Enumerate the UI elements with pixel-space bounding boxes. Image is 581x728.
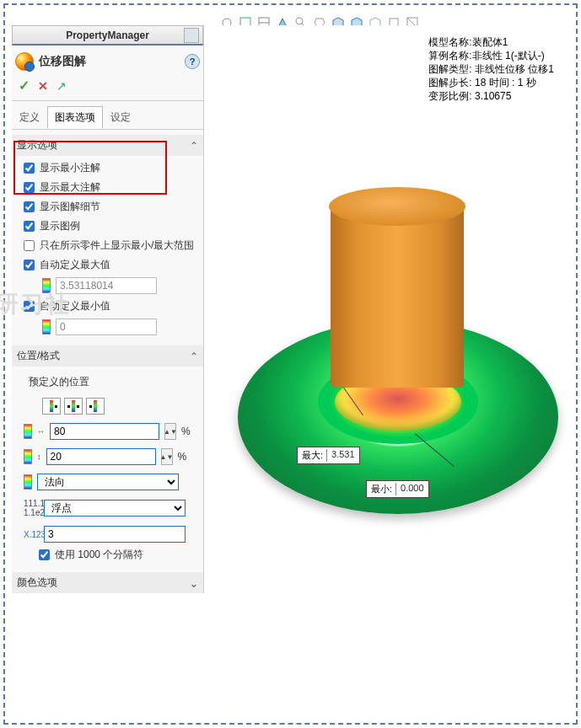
only-selected-parts-checkbox[interactable]: 只在所示零件上显示最小/最大范围 bbox=[24, 238, 198, 253]
auto-define-min-checkbox[interactable]: 自动定义最小值 bbox=[24, 299, 198, 313]
show-legend-checkbox[interactable]: 显示图例 bbox=[24, 219, 198, 233]
min-label: 最小: bbox=[371, 483, 392, 495]
info-model-name: 模型名称:装配体1 bbox=[428, 35, 554, 49]
caret-icon: ⌃ bbox=[190, 351, 198, 362]
cancel-button[interactable]: ✕ bbox=[38, 79, 48, 93]
show-min-annotation-checkbox[interactable]: 显示最小注解 bbox=[24, 161, 198, 175]
display-options-section: 显示选项 ⌃ 显示最小注解 显示最大注解 显示图解细节 显示图例 只在所示零件上… bbox=[12, 135, 203, 340]
min-callout[interactable]: 最小: 0.000 bbox=[366, 480, 429, 498]
gradient-icon bbox=[24, 449, 32, 464]
model-info: 模型名称:装配体1 算例名称:非线性 1(-默认-) 图解类型: 非线性位移 位… bbox=[428, 35, 554, 103]
color-options-header[interactable]: 颜色选项 ⌃ bbox=[12, 572, 203, 593]
viewport-3d[interactable]: 模型名称:装配体1 算例名称:非线性 1(-默认-) 图解类型: 非线性位移 位… bbox=[204, 25, 569, 716]
width-pct-input[interactable] bbox=[50, 423, 159, 440]
info-study-name: 算例名称:非线性 1(-默认-) bbox=[428, 49, 554, 62]
panel-header: PropertyManager bbox=[12, 25, 203, 46]
width-pct-row: ↔ ▲▼ % bbox=[24, 423, 198, 440]
pushpin-icon[interactable]: ↗ bbox=[56, 79, 67, 93]
caret-icon: ⌃ bbox=[190, 140, 198, 152]
tab-bar: 定义 图表选项 设定 bbox=[12, 106, 203, 130]
gradient-icon bbox=[42, 319, 51, 335]
show-max-annotation-checkbox[interactable]: 显示最大注解 bbox=[24, 180, 198, 195]
property-manager-label: PropertyManager bbox=[66, 29, 149, 41]
tab-chart-options[interactable]: 图表选项 bbox=[47, 106, 103, 129]
confirm-row: ✓ ✕ ↗ bbox=[12, 74, 203, 101]
ok-button[interactable]: ✓ bbox=[19, 78, 30, 94]
max-value-row bbox=[42, 277, 198, 294]
decimals-input[interactable] bbox=[44, 526, 186, 543]
gradient-icon bbox=[24, 474, 32, 490]
tab-definition[interactable]: 定义 bbox=[12, 106, 47, 129]
decimals-row: X.123 bbox=[24, 526, 198, 543]
panel-title-row: 位移图解 ? bbox=[12, 46, 203, 74]
pct-label: % bbox=[181, 426, 191, 437]
pin-icon[interactable] bbox=[184, 28, 199, 43]
model-render bbox=[238, 169, 558, 522]
position-format-header[interactable]: 位置/格式 ⌃ bbox=[12, 345, 203, 367]
pct-label: % bbox=[178, 451, 187, 463]
pos-right-button[interactable] bbox=[86, 398, 105, 415]
section-label: 显示选项 bbox=[17, 138, 57, 153]
decimals-icon: X.123 bbox=[24, 530, 39, 539]
spinner-buttons[interactable]: ▲▼ bbox=[164, 423, 176, 440]
model-cylinder bbox=[331, 202, 464, 388]
caret-icon: ⌃ bbox=[190, 577, 198, 589]
number-format-icon: 111.111.1e2 bbox=[24, 499, 39, 517]
number-format-select[interactable]: 浮点 bbox=[44, 500, 186, 517]
pos-left-button[interactable] bbox=[42, 398, 61, 415]
max-callout[interactable]: 最大: 3.531 bbox=[297, 447, 360, 464]
info-deform-scale: 变形比例: 3.10675 bbox=[428, 89, 554, 103]
displacement-plot-icon bbox=[15, 52, 34, 71]
number-format-row: 111.111.1e2 浮点 bbox=[24, 499, 198, 517]
spinner-buttons[interactable]: ▲▼ bbox=[161, 448, 173, 465]
max-value: 3.531 bbox=[326, 449, 355, 462]
help-icon[interactable]: ? bbox=[185, 54, 200, 69]
pos-center-button[interactable] bbox=[64, 398, 83, 415]
max-label: 最大: bbox=[302, 449, 323, 462]
svg-point-4 bbox=[296, 18, 303, 24]
width-arrow-icon: ↔ bbox=[37, 427, 45, 436]
auto-define-max-checkbox[interactable]: 自动定义最大值 bbox=[24, 258, 198, 272]
position-format-section: 位置/格式 ⌃ 预定义的位置 ↔ ▲▼ % ↕ ▲▼ % bbox=[12, 345, 203, 567]
min-value-input[interactable] bbox=[56, 318, 157, 335]
direction-select[interactable]: 法向 bbox=[37, 474, 179, 490]
height-arrow-icon: ↕ bbox=[37, 452, 41, 461]
position-buttons bbox=[42, 398, 198, 415]
tab-settings[interactable]: 设定 bbox=[103, 106, 138, 129]
height-pct-row: ↕ ▲▼ % bbox=[24, 448, 198, 465]
show-plot-detail-checkbox[interactable]: 显示图解细节 bbox=[24, 200, 198, 214]
use-separator-checkbox[interactable]: 使用 1000 个分隔符 bbox=[39, 548, 198, 562]
section-label: 位置/格式 bbox=[17, 349, 60, 363]
predefined-position-label: 预定义的位置 bbox=[24, 372, 198, 393]
info-plot-step: 图解步长: 18 时间 : 1 秒 bbox=[428, 76, 554, 89]
display-options-header[interactable]: 显示选项 ⌃ bbox=[12, 135, 203, 156]
max-value-input[interactable] bbox=[56, 277, 157, 294]
direction-row: 法向 bbox=[24, 474, 198, 490]
property-manager-panel: PropertyManager 位移图解 ? ✓ ✕ ↗ 定义 图表选项 设定 … bbox=[12, 25, 204, 593]
min-value: 0.000 bbox=[395, 483, 424, 495]
section-label: 颜色选项 bbox=[17, 575, 57, 590]
panel-title: 位移图解 bbox=[39, 54, 86, 69]
model-cylinder-top bbox=[329, 187, 465, 226]
min-value-row bbox=[42, 318, 198, 335]
gradient-icon bbox=[42, 278, 51, 293]
gradient-icon bbox=[24, 424, 32, 439]
info-plot-type: 图解类型: 非线性位移 位移1 bbox=[428, 62, 554, 76]
height-pct-input[interactable] bbox=[46, 448, 156, 465]
